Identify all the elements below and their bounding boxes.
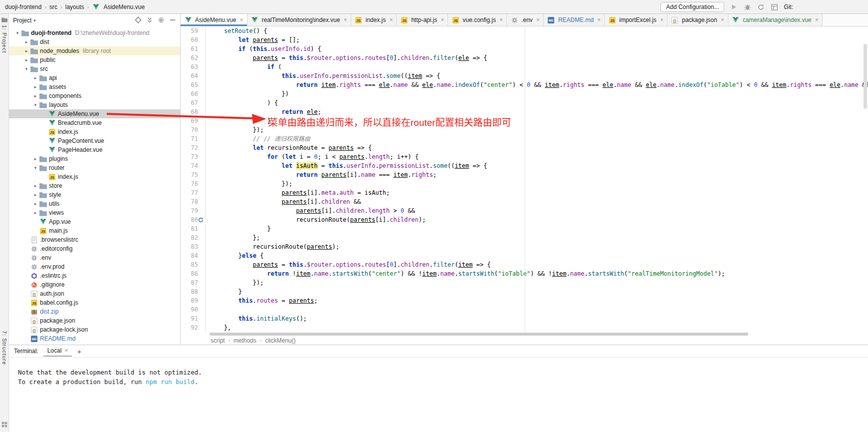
tree-item[interactable]: ▾duoji-frontendD:\zheheWeb\duoji-fronten… — [9, 28, 180, 37]
tree-item[interactable]: ▸utils — [9, 199, 180, 208]
code-text[interactable]: let isAuth = this.userInfo.permissionLis… — [206, 161, 868, 170]
tree-item[interactable]: JSindex.js — [9, 172, 180, 181]
code-text[interactable] — [206, 305, 868, 314]
tree-item[interactable]: ▸store — [9, 181, 180, 190]
chevron-right-icon[interactable]: ▸ — [32, 183, 39, 188]
tree-item[interactable]: PageContent.vue — [9, 136, 180, 145]
close-tab-icon[interactable]: × — [499, 17, 503, 23]
tree-item[interactable]: ▸components — [9, 91, 180, 100]
tool-windows-icon[interactable] — [770, 3, 778, 11]
tree-item[interactable]: .editorconfig — [9, 244, 180, 253]
code-text[interactable]: parents[i].children.length > 0 && — [206, 206, 868, 215]
chevron-down-icon[interactable]: ▾ — [32, 102, 39, 107]
chevron-right-icon[interactable]: ▸ — [23, 39, 30, 44]
code-text[interactable]: // // 递归权限路由 — [206, 134, 868, 143]
tree-item[interactable]: {}package.json — [9, 316, 180, 325]
code-text[interactable]: parents[i].meta.auth = isAuth; — [206, 188, 868, 197]
chevron-right-icon[interactable]: ▸ — [32, 93, 39, 98]
close-tab-icon[interactable]: × — [660, 17, 663, 23]
chevron-right-icon[interactable]: ▸ — [32, 201, 39, 206]
close-tab-icon[interactable]: × — [389, 17, 393, 23]
line-number[interactable]: 77 — [181, 188, 206, 197]
terminal-output[interactable]: Note that the development build is not o… — [9, 358, 868, 432]
chevron-down-icon[interactable]: ▾ — [14, 30, 21, 35]
editor-tab[interactable]: realTimeMonitoring\index.vue× — [247, 14, 351, 26]
project-view-dropdown[interactable]: Project — [13, 17, 31, 24]
tree-item[interactable]: ▸api — [9, 73, 180, 82]
tree-item[interactable]: ▸node_moduleslibrary root — [9, 46, 180, 55]
line-number[interactable]: 81 — [181, 224, 206, 233]
code-text[interactable]: let recursionRoute = parents => { — [206, 143, 868, 152]
close-tab-icon[interactable]: × — [721, 17, 724, 23]
line-number[interactable]: 84 — [181, 251, 206, 260]
line-number[interactable]: 69 — [181, 116, 206, 125]
code-text[interactable]: }) — [206, 89, 868, 98]
close-tab-icon[interactable]: × — [815, 17, 819, 23]
breadcrumb-item[interactable]: layouts — [65, 3, 84, 10]
add-configuration-button[interactable]: Add Configuration... — [660, 2, 724, 12]
breadcrumb-item[interactable]: src — [49, 3, 57, 10]
editor-tab[interactable]: AsideMenu.vue× — [181, 14, 247, 26]
editor-tab[interactable]: JSvue.config.js× — [448, 14, 507, 26]
tree-item[interactable]: JSmain.js — [9, 226, 180, 235]
close-tab-icon[interactable]: × — [240, 17, 243, 23]
line-number[interactable]: 91 — [181, 314, 206, 323]
tree-item[interactable]: .gitignore — [9, 280, 180, 289]
tree-item[interactable]: {}package-lock.json — [9, 325, 180, 334]
tree-item[interactable]: ▸public — [9, 55, 180, 64]
line-number[interactable]: 89 — [181, 296, 206, 305]
code-text[interactable]: }); — [206, 179, 868, 188]
line-number[interactable]: 71 — [181, 134, 206, 143]
breadcrumb-item[interactable]: AsideMenu.vue — [103, 3, 145, 10]
git-widget-label[interactable]: Git: — [784, 3, 793, 10]
tree-item[interactable]: ▸assets — [9, 82, 180, 91]
tree-item[interactable]: JSbabel.config.js — [9, 298, 180, 307]
tree-item[interactable]: .browserslistrc — [9, 235, 180, 244]
tree-item[interactable]: ▾router — [9, 163, 180, 172]
line-number[interactable]: 75 — [181, 170, 206, 179]
code-text[interactable]: return item.rights === ele.name && ele.n… — [206, 80, 868, 89]
line-number[interactable]: 82 — [181, 233, 206, 242]
code-area[interactable]: 59 setRoute() {60 let parents = [];61 if… — [181, 26, 868, 332]
line-number[interactable]: 61 — [181, 44, 206, 53]
tree-item[interactable]: Breadcrumb.vue — [9, 118, 180, 127]
tree-item[interactable]: ▾layouts — [9, 100, 180, 109]
terminal-tab-local[interactable]: Local × — [43, 346, 72, 357]
close-terminal-tab-icon[interactable]: × — [64, 348, 68, 354]
horizontal-scrollbar-thumb[interactable] — [210, 333, 748, 336]
locate-file-icon[interactable] — [135, 16, 142, 25]
line-number[interactable]: 70 — [181, 125, 206, 134]
editor-tab[interactable]: {}package.json× — [667, 14, 728, 26]
editor-tab[interactable]: cameraManage\index.vue× — [728, 14, 823, 26]
run-icon[interactable] — [730, 3, 738, 11]
code-text[interactable]: this.initialKeys(); — [206, 314, 868, 323]
code-text[interactable]: recursionRoute(parents); — [206, 242, 868, 251]
tree-item[interactable]: ▸dist — [9, 37, 180, 46]
line-number[interactable]: 79 — [181, 206, 206, 215]
line-number[interactable]: 68 — [181, 107, 206, 116]
code-text[interactable]: parents = this.$router.options.routes[0]… — [206, 53, 868, 62]
code-text[interactable]: }else { — [206, 251, 868, 260]
line-number[interactable]: 72 — [181, 143, 206, 152]
line-number[interactable]: 60 — [181, 35, 206, 44]
code-text[interactable]: recursionRoute(parents[i].children); — [206, 215, 868, 224]
editor-tab[interactable]: MDREADME.md× — [544, 14, 605, 26]
code-text[interactable]: ) { — [206, 98, 868, 107]
code-text[interactable]: this.userInfo.permissionList.some((item … — [206, 71, 868, 80]
chevron-down-icon[interactable]: ▾ — [23, 66, 30, 71]
chevron-right-icon[interactable]: ▸ — [32, 210, 39, 215]
tree-item[interactable]: {}auth.json — [9, 289, 180, 298]
close-tab-icon[interactable]: × — [597, 17, 601, 23]
code-text[interactable]: parents = this.$router.options.routes[0]… — [206, 260, 868, 269]
line-number[interactable]: 64 — [181, 71, 206, 80]
line-number[interactable]: 67 — [181, 98, 206, 107]
code-text[interactable]: parents[i].children && — [206, 197, 868, 206]
line-number[interactable]: 90 — [181, 305, 206, 314]
editor-breadcrumb-item[interactable]: methods — [233, 337, 256, 344]
line-number[interactable]: 73 — [181, 152, 206, 161]
line-number[interactable]: 85 — [181, 260, 206, 269]
toolwindow-switcher-icon[interactable] — [1, 422, 7, 429]
vertical-scrollbar[interactable] — [864, 44, 867, 109]
tree-item[interactable]: JSindex.js — [9, 127, 180, 136]
code-text[interactable]: if ( — [206, 62, 868, 71]
